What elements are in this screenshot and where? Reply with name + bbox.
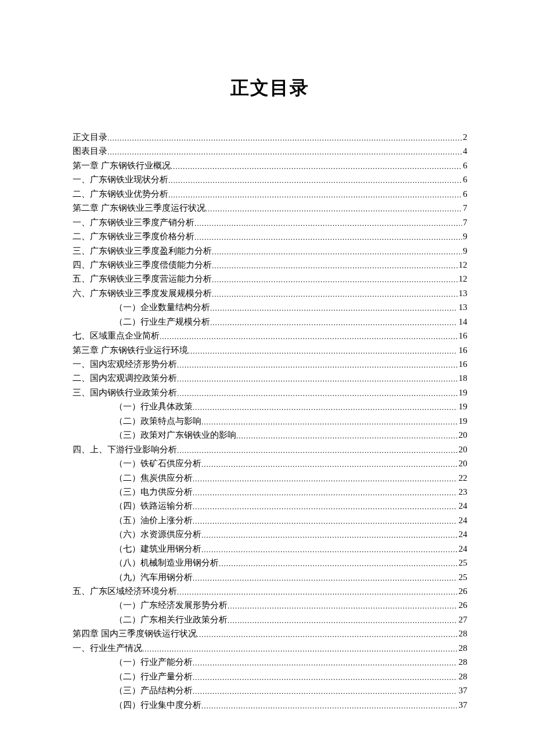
toc-leader-dots [201,458,457,470]
toc-entry-label: 第二章 广东钢铁业三季度运行状况 [73,201,205,215]
toc-leader-dots [107,146,462,158]
toc-entry: （一）行业具体政策19 [73,399,467,413]
toc-leader-dots [160,330,457,343]
toc-entry: （三）政策对广东钢铁业的影响20 [73,428,467,442]
toc-entry-label: （四）铁路运输分析 [114,499,193,513]
toc-entry-label: 一、国内宏观经济形势分析 [73,357,177,371]
toc-leader-dots [193,671,457,683]
toc-entry-page: 19 [457,399,467,413]
toc-entry: （二）行业生产规模分析14 [73,315,467,329]
toc-leader-dots [193,473,457,485]
toc-leader-dots [168,189,462,201]
toc-entry-label: （六）水资源供应分析 [114,527,201,541]
toc-entry-label: （二）行业生产规模分析 [114,315,210,329]
toc-entry: 第一章 广东钢铁行业概况6 [73,159,467,172]
toc-leader-dots [177,586,457,598]
toc-entry: （三）电力供应分析23 [73,485,467,499]
toc-entry-label: 五、广东钢铁业三季度营运能力分析 [73,272,212,286]
toc-leader-dots [168,174,462,186]
toc-entry-page: 26 [457,598,467,612]
toc-leader-dots [212,288,457,300]
toc-entry-page: 28 [457,669,467,683]
toc-leader-dots [210,302,457,314]
toc-leader-dots [212,273,457,286]
toc-entry-label: 第一章 广东钢铁行业概况 [73,159,171,172]
toc-entry-page: 25 [457,556,467,570]
toc-entry-page: 37 [457,683,467,697]
toc-entry: （七）建筑业用钢分析24 [73,542,467,556]
toc-entry-label: 一、广东钢铁业三季度产销分析 [73,215,194,229]
toc-entry: （三）产品结构分析37 [73,683,467,697]
toc-entry: 四、广东钢铁业三季度偿债能力分析12 [73,258,467,272]
toc-entry-page: 2 [462,130,468,144]
toc-leader-dots [236,430,457,442]
toc-entry-page: 20 [457,428,467,442]
toc-entry: （一）铁矿石供应分析20 [73,456,467,470]
toc-entry-page: 20 [457,442,467,456]
toc-entry: （四）行业集中度分析37 [73,698,467,712]
toc-leader-dots [193,501,457,513]
toc-entry: 图表目录4 [73,144,467,158]
toc-entry: （二）政策特点与影响19 [73,414,467,428]
toc-entry-label: （一）行业具体政策 [114,399,193,413]
toc-entry: 一、广东钢铁业三季度产销分析7 [73,215,467,229]
toc-leader-dots [197,628,457,640]
toc-entry-label: 第四章 国内三季度钢铁运行状况 [73,627,197,640]
toc-entry: 三、国内钢铁行业政策分析19 [73,386,467,399]
toc-entry: 一、国内宏观经济形势分析16 [73,357,467,371]
toc-entry-page: 28 [457,641,467,655]
toc-entry: （二）行业产量分析28 [73,669,467,683]
toc-leader-dots [177,373,457,385]
toc-leader-dots [193,685,457,697]
toc-leader-dots [201,700,457,712]
toc-entry-label: 四、广东钢铁业三季度偿债能力分析 [73,258,212,272]
toc-entry-label: 五、广东区域经济环境分析 [73,584,177,598]
toc-entry-page: 7 [462,215,468,229]
toc-entry-page: 16 [457,329,467,343]
toc-entry-label: （五）油价上涨分析 [114,513,193,527]
toc-entry-page: 4 [462,144,468,158]
toc-entry-page: 27 [457,613,467,627]
toc-entry-page: 6 [462,159,468,172]
toc-entry: （一）行业产能分析28 [73,655,467,669]
toc-entry-label: 二、广东钢铁业优势分析 [73,187,168,201]
toc-entry-page: 24 [457,499,467,513]
toc-entry-label: 四、上、下游行业影响分析 [73,442,177,456]
toc-entry: 七、区域重点企业简析16 [73,329,467,343]
toc-leader-dots [201,543,457,556]
toc-leader-dots [194,217,462,229]
toc-entry-page: 20 [457,456,467,470]
toc-entry-label: （三）电力供应分析 [114,485,193,499]
toc-entry-label: （一）企业数量结构分析 [114,300,210,314]
toc-leader-dots [205,203,462,215]
toc-entry: （四）铁路运输分析24 [73,499,467,513]
toc-entry-page: 13 [457,300,467,314]
toc-entry: 六、广东钢铁业三季度发展规模分析13 [73,286,467,300]
toc-entry: 一、广东钢铁业现状分析6 [73,172,467,186]
toc-leader-dots [107,132,462,144]
toc-entry: 二、国内宏观调控政策分析18 [73,371,467,385]
toc-leader-dots [228,600,457,612]
toc-entry-label: （二）政策特点与影响 [114,414,201,428]
toc-entry-label: （三）政策对广东钢铁业的影响 [114,428,236,442]
toc-entry: 第二章 广东钢铁业三季度运行状况7 [73,201,467,215]
toc-entry-label: 一、广东钢铁业现状分析 [73,172,168,186]
toc-entry-label: 图表目录 [73,144,107,158]
toc-entry: （八）机械制造业用钢分析25 [73,556,467,570]
toc-entry-label: （三）产品结构分析 [114,683,193,697]
toc-entry-label: （二）广东相关行业政策分析 [114,613,228,627]
toc-entry: （一）广东经济发展形势分析26 [73,598,467,612]
toc-entry-page: 9 [462,229,468,243]
toc-entry-label: （一）行业产能分析 [114,655,193,669]
toc-entry-page: 12 [457,258,467,272]
toc-leader-dots [228,614,457,627]
toc-entry: 二、广东钢铁业三季度价格分析9 [73,229,467,243]
toc-entry: 五、广东区域经济环境分析26 [73,584,467,598]
toc-entry-label: （一）广东经济发展形势分析 [114,598,228,612]
toc-entry-page: 13 [457,286,467,300]
toc-entry-page: 16 [457,343,467,357]
toc-entry: 四、上、下游行业影响分析20 [73,442,467,456]
toc-leader-dots [193,657,457,669]
toc-entry: 第三章 广东钢铁行业运行环境16 [73,343,467,357]
toc-entry-label: （八）机械制造业用钢分析 [114,556,219,570]
